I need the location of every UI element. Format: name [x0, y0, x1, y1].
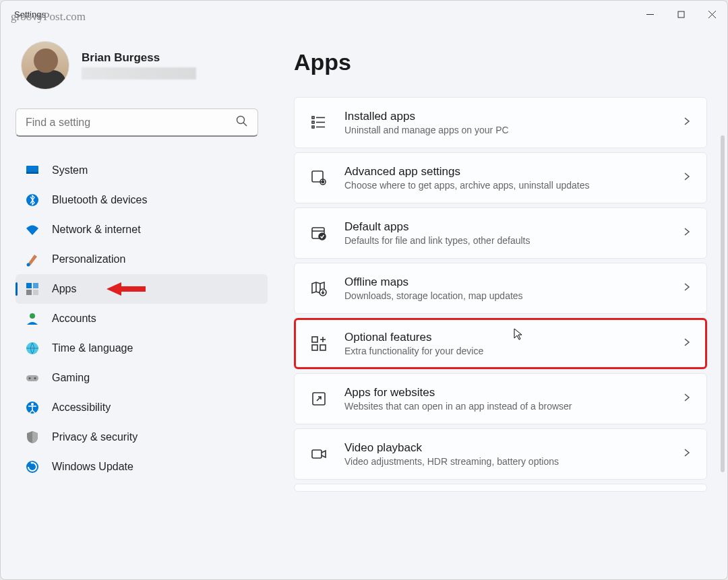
svg-line-5 — [243, 123, 247, 126]
sidebar-item-label: Network & internet — [52, 224, 141, 236]
sidebar-item-personalization[interactable]: Personalization — [16, 245, 268, 274]
card-subtitle: Choose where to get apps, archive apps, … — [344, 180, 682, 191]
system-icon — [25, 163, 40, 178]
card-offline-maps[interactable]: Offline maps Downloads, storage location… — [294, 263, 707, 314]
svg-rect-12 — [26, 290, 32, 295]
scrollbar[interactable] — [721, 135, 725, 472]
sidebar-item-label: Bluetooth & devices — [52, 194, 147, 206]
sidebar-item-label: Apps — [52, 283, 76, 295]
svg-rect-39 — [312, 345, 317, 350]
svg-rect-25 — [312, 121, 314, 123]
titlebar: groovyPost.com Settings — [1, 1, 727, 28]
svg-point-31 — [322, 181, 324, 183]
page-title: Apps — [294, 49, 707, 75]
chevron-right-icon — [682, 337, 692, 350]
card-title: Offline maps — [344, 276, 682, 289]
card-subtitle: Downloads, storage location, map updates — [344, 290, 682, 301]
minimize-button[interactable] — [634, 1, 665, 28]
paintbrush-icon — [25, 252, 40, 267]
list-icon — [309, 113, 328, 132]
chevron-right-icon — [682, 172, 692, 184]
gamepad-icon — [25, 370, 40, 385]
svg-rect-27 — [312, 126, 314, 128]
sidebar-item-privacy[interactable]: Privacy & security — [16, 422, 268, 452]
svg-point-14 — [30, 313, 35, 319]
svg-point-21 — [31, 403, 34, 406]
app-check-icon — [309, 224, 328, 243]
cursor-icon — [513, 327, 524, 344]
chevron-right-icon — [682, 393, 692, 405]
sidebar-item-label: Accessibility — [52, 401, 111, 414]
svg-rect-1 — [678, 11, 684, 18]
sidebar: Brian Burgess System Bluetooth & devices — [1, 28, 277, 579]
card-subtitle: Websites that can open in an app instead… — [344, 401, 682, 412]
card-title: Advanced app settings — [344, 165, 682, 179]
video-icon — [309, 445, 328, 463]
shield-icon — [25, 430, 40, 445]
watermark: groovyPost.com — [11, 10, 86, 24]
card-optional-features[interactable]: Optional features Extra functionality fo… — [294, 318, 707, 369]
sidebar-item-label: Time & language — [52, 342, 133, 354]
search-box[interactable] — [16, 108, 258, 137]
card-title: Apps for websites — [344, 386, 682, 399]
sidebar-item-system[interactable]: System — [16, 156, 268, 185]
close-button[interactable] — [696, 1, 727, 28]
card-advanced-settings[interactable]: Advanced app settings Choose where to ge… — [294, 152, 707, 203]
card-subtitle: Uninstall and manage apps on your PC — [344, 125, 682, 135]
svg-rect-11 — [33, 283, 38, 288]
avatar — [21, 41, 69, 90]
sidebar-item-label: Windows Update — [52, 461, 133, 473]
nav-list: System Bluetooth & devices Network & int… — [16, 156, 268, 482]
card-subtitle: Video adjustments, HDR streaming, batter… — [344, 456, 682, 467]
sidebar-item-label: Privacy & security — [52, 431, 138, 443]
update-icon — [25, 459, 40, 474]
grid-plus-icon — [309, 334, 328, 353]
sidebar-item-gaming[interactable]: Gaming — [16, 363, 268, 393]
main-content: Apps Installed apps Uninstall and manage… — [277, 28, 727, 579]
bluetooth-icon — [25, 193, 40, 207]
card-video-playback[interactable]: Video playback Video adjustments, HDR st… — [294, 428, 707, 480]
chevron-right-icon — [682, 117, 692, 129]
email-redacted — [82, 67, 196, 79]
card-partial[interactable] — [294, 484, 707, 492]
sidebar-item-label: Personalization — [52, 253, 125, 265]
sidebar-item-label: Accounts — [52, 313, 96, 325]
card-default-apps[interactable]: Default apps Defaults for file and link … — [294, 207, 707, 259]
svg-point-19 — [34, 377, 36, 379]
sidebar-item-bluetooth[interactable]: Bluetooth & devices — [16, 185, 268, 215]
person-icon — [25, 311, 40, 326]
open-external-icon — [309, 389, 328, 408]
arrow-annotation — [107, 281, 147, 300]
sidebar-item-apps[interactable]: Apps — [16, 274, 268, 304]
svg-point-18 — [29, 377, 31, 379]
svg-rect-38 — [312, 337, 317, 342]
sidebar-item-accessibility[interactable]: Accessibility — [16, 393, 268, 422]
sidebar-item-network[interactable]: Network & internet — [16, 215, 268, 245]
wifi-icon — [25, 222, 40, 237]
maximize-button[interactable] — [665, 1, 696, 28]
search-icon — [236, 115, 248, 130]
sidebar-item-update[interactable]: Windows Update — [16, 452, 268, 482]
card-installed-apps[interactable]: Installed apps Uninstall and manage apps… — [294, 97, 707, 148]
svg-rect-7 — [26, 172, 38, 174]
profile-section[interactable]: Brian Burgess — [16, 41, 268, 90]
card-title: Installed apps — [344, 110, 682, 123]
svg-rect-23 — [312, 117, 314, 119]
chevron-right-icon — [682, 282, 692, 294]
card-subtitle: Defaults for file and link types, other … — [344, 235, 682, 246]
sidebar-item-accounts[interactable]: Accounts — [16, 304, 268, 333]
sidebar-item-time[interactable]: Time & language — [16, 333, 268, 363]
svg-rect-44 — [312, 450, 322, 458]
svg-point-9 — [27, 263, 30, 267]
card-list: Installed apps Uninstall and manage apps… — [294, 97, 707, 492]
search-input[interactable] — [26, 117, 236, 129]
card-subtitle: Extra functionality for your device — [344, 346, 682, 356]
accessibility-icon — [25, 400, 40, 415]
sidebar-item-label: System — [52, 164, 88, 176]
svg-rect-10 — [26, 283, 32, 288]
settings-window: groovyPost.com Settings Brian Burgess — [0, 0, 728, 580]
svg-rect-40 — [320, 345, 326, 350]
card-apps-websites[interactable]: Apps for websites Websites that can open… — [294, 373, 707, 424]
app-gear-icon — [309, 168, 328, 187]
clock-globe-icon — [25, 341, 40, 356]
